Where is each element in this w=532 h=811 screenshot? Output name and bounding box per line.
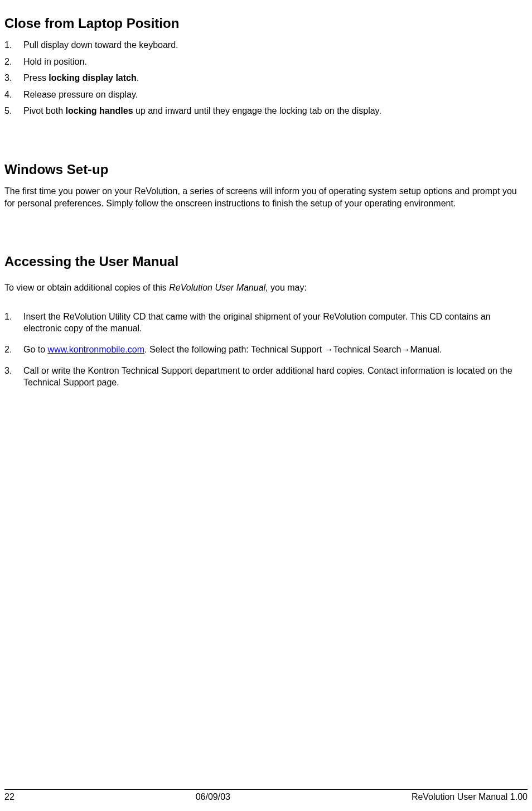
list-item: Hold in position. <box>4 56 528 68</box>
bold-text: locking handles <box>66 106 133 115</box>
text: Press <box>23 73 49 83</box>
list-item: Go to www.kontronmobile.com. Select the … <box>4 344 528 356</box>
list-item: Pivot both locking handles up and inward… <box>4 105 528 117</box>
heading-accessing-manual: Accessing the User Manual <box>4 254 528 269</box>
footer-page-number: 22 <box>4 792 14 802</box>
text: up and inward until they engage the lock… <box>133 106 381 115</box>
heading-close-from-laptop: Close from Laptop Position <box>4 16 528 31</box>
text: , you may: <box>265 283 307 292</box>
accessing-manual-intro: To view or obtain additional copies of t… <box>4 282 528 294</box>
windows-setup-body: The first time you power on your ReVolut… <box>4 185 528 209</box>
text: . Select the following path: Technical S… <box>144 345 442 354</box>
heading-windows-setup: Windows Set-up <box>4 162 528 177</box>
list-item: Press locking display latch. <box>4 72 528 84</box>
accessing-manual-steps-list: Insert the ReVolution Utility CD that ca… <box>4 311 528 389</box>
kontronmobile-link[interactable]: www.kontronmobile.com <box>48 345 144 354</box>
close-laptop-steps-list: Pull display down toward the keyboard. H… <box>4 39 528 117</box>
footer-doc-title: ReVolution User Manual 1.00 <box>412 792 528 802</box>
text: Pivot both <box>23 106 66 115</box>
list-item: Release pressure on display. <box>4 89 528 101</box>
text: Go to <box>23 345 48 354</box>
list-item: Call or write the Kontron Technical Supp… <box>4 365 528 389</box>
page-footer: 22 06/09/03 ReVolution User Manual 1.00 <box>4 789 528 802</box>
italic-text: ReVolution User Manual <box>169 283 265 292</box>
text: To view or obtain additional copies of t… <box>4 283 169 292</box>
list-item: Pull display down toward the keyboard. <box>4 39 528 51</box>
footer-date: 06/09/03 <box>14 792 412 802</box>
list-item: Insert the ReVolution Utility CD that ca… <box>4 311 528 335</box>
bold-text: locking display latch <box>49 73 136 83</box>
text: . <box>137 73 139 83</box>
